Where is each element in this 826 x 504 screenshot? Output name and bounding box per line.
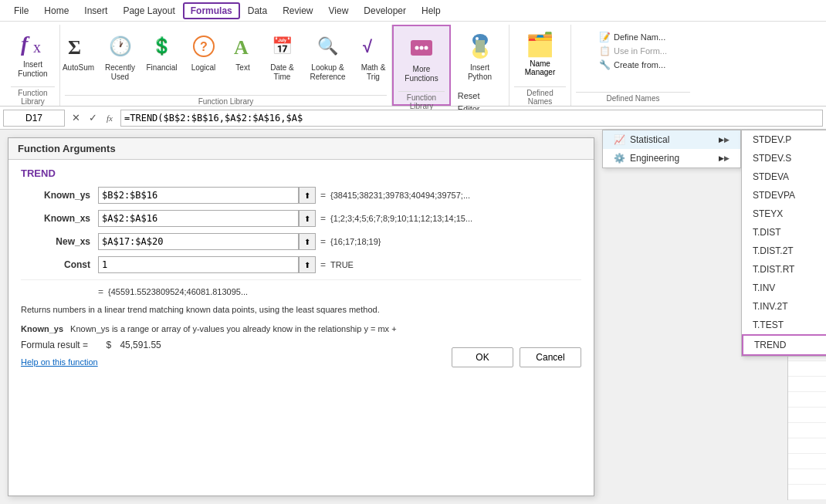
menu-file[interactable]: File (6, 2, 36, 19)
name-manager-icon: 🗂️ (526, 31, 554, 58)
ribbon-group-python: Insert Python Reset Editor Initializatio… (451, 25, 509, 106)
engineering-label: Engineering (630, 153, 679, 164)
menu-page-layout[interactable]: Page Layout (115, 2, 182, 19)
recently-used-button[interactable]: 🕐 Recently Used (100, 28, 140, 90)
python-icon (465, 31, 496, 62)
more-functions-button[interactable]: More Functions (395, 29, 448, 91)
logical-button[interactable]: ? Logical (184, 28, 224, 90)
menu-data[interactable]: Data (240, 2, 275, 19)
reset-button[interactable]: Reset (453, 90, 485, 102)
formula-result-dollar: $ (106, 340, 111, 350)
sheet-row-18 (788, 408, 826, 423)
lookup-reference-button[interactable]: 🔍 Lookup & Reference (304, 28, 352, 90)
financial-icon: 💲 (147, 31, 178, 62)
ribbon-group-name-manager: 🗂️ Name Manager Defined Names (509, 25, 571, 106)
submenu-t-dist-rt[interactable]: T.DIST.RT (742, 260, 826, 279)
arg-row-known-xs: Known_xs ⬆ = {1;2;3;4;5;6;7;8;9;10;11;12… (21, 210, 581, 227)
insert-function-button[interactable]: f x Insert Function (10, 25, 56, 86)
submenu-stdev-s[interactable]: STDEV.S (742, 149, 826, 167)
svg-text:f: f (21, 32, 30, 56)
known-xs-input[interactable] (98, 210, 299, 227)
known-ys-desc-text: Known_ys is a range or array of y-values… (70, 324, 397, 333)
more-functions-dropdown: 📈 Statistical ▶ ⚙️ Engineering ▶ (602, 130, 741, 168)
recently-used-label: Recently Used (105, 63, 135, 82)
lookup-reference-label: Lookup & Reference (310, 63, 345, 82)
use-in-formula-label: Use in Form... (614, 46, 667, 56)
formula-cancel-btn[interactable]: ✕ (68, 110, 83, 126)
svg-point-9 (420, 46, 424, 50)
ok-button[interactable]: OK (452, 347, 513, 367)
dropdown-item-engineering[interactable]: ⚙️ Engineering ▶ (603, 149, 740, 167)
submenu-stdeva[interactable]: STDEVA (742, 167, 826, 186)
new-xs-label: New_xs (21, 236, 98, 247)
formula-confirm-btn[interactable]: ✓ (85, 110, 100, 126)
menu-view[interactable]: View (321, 2, 357, 19)
new-xs-input[interactable] (98, 233, 299, 250)
formula-result-value: 45,591.55 (120, 340, 161, 350)
math-trig-label: Math & Trig (361, 63, 386, 82)
svg-point-16 (482, 52, 485, 56)
submenu-t-inv-2t[interactable]: T.INV.2T (742, 297, 826, 316)
dialog-title: Function Arguments (8, 138, 594, 160)
function-library-label: Function Library (11, 86, 55, 106)
known-ys-description: Known_ys Known_ys is a range or array of… (21, 323, 581, 336)
submenu-stdevpa[interactable]: STDEVPA (742, 186, 826, 205)
menu-help[interactable]: Help (414, 2, 449, 19)
fx-icon: f x (18, 28, 49, 59)
text-button[interactable]: A Text (225, 28, 261, 90)
formula-result-section: Formula result = $ 45,591.55 Help on thi… (21, 340, 161, 367)
const-label: Const (21, 259, 98, 270)
define-name-button[interactable]: 📝 Define Nam... (596, 31, 670, 43)
submenu-t-dist-2t[interactable]: T.DIST.2T (742, 242, 826, 260)
define-names-group-label: Defined Names (576, 92, 690, 103)
formula-bar: ✕ ✓ fx (0, 107, 826, 130)
insert-python-button[interactable]: Insert Python (454, 28, 506, 90)
const-input[interactable] (98, 256, 299, 273)
cell-reference-input[interactable] (3, 110, 65, 127)
autosum-button[interactable]: Σ AutoSum (59, 28, 99, 90)
recently-used-icon: 🕐 (105, 31, 136, 62)
formula-input[interactable] (120, 110, 823, 127)
submenu-t-inv[interactable]: T.INV (742, 279, 826, 297)
submenu-steyx[interactable]: STEYX (742, 205, 826, 223)
arg-row-const: Const ⬆ = TRUE (21, 256, 581, 273)
formula-expand-btn[interactable]: fx (102, 110, 117, 126)
submenu-t-test[interactable]: T.TEST (742, 316, 826, 334)
menu-home[interactable]: Home (36, 2, 76, 19)
const-input-wrap: ⬆ (98, 256, 316, 273)
new-xs-collapse-btn[interactable]: ⬆ (299, 233, 316, 250)
known-ys-desc-strong: Known_ys (21, 324, 63, 333)
svg-rect-14 (476, 40, 485, 52)
ribbon: f x Insert Function Function Library Σ A… (0, 22, 826, 107)
const-collapse-btn[interactable]: ⬆ (299, 256, 316, 273)
result-section: = {45591.5523809524;46081.813095... (21, 279, 581, 297)
statistical-icon: 📈 (614, 134, 625, 145)
known-ys-label: Known_ys (21, 190, 98, 201)
sheet-row-17 (788, 392, 826, 408)
const-equals: = (316, 259, 330, 270)
known-ys-input[interactable] (98, 187, 299, 204)
math-trig-button[interactable]: √ Math & Trig (354, 28, 394, 90)
submenu-stdev-p[interactable]: STDEV.P (742, 130, 826, 149)
financial-button[interactable]: 💲 Financial (142, 28, 182, 90)
menu-review[interactable]: Review (275, 2, 320, 19)
create-from-button[interactable]: 🔧 Create from... (596, 59, 670, 71)
submenu-trend[interactable]: TREND (742, 334, 826, 356)
known-xs-input-wrap: ⬆ (98, 210, 316, 227)
engineering-icon: ⚙️ (614, 153, 625, 164)
menu-developer[interactable]: Developer (356, 2, 414, 19)
date-time-button[interactable]: 📅 Date & Time (262, 28, 303, 90)
sheet-row-23 (788, 485, 826, 500)
submenu-t-dist[interactable]: T.DIST (742, 223, 826, 242)
menu-insert[interactable]: Insert (76, 2, 115, 19)
known-ys-collapse-btn[interactable]: ⬆ (299, 187, 316, 204)
cancel-button[interactable]: Cancel (520, 347, 581, 367)
date-time-icon: 📅 (267, 31, 298, 62)
help-link[interactable]: Help on this function (21, 357, 98, 367)
math-trig-icon: √ (358, 31, 389, 62)
dropdown-item-statistical[interactable]: 📈 Statistical ▶ (603, 130, 740, 149)
use-in-formula-button[interactable]: 📋 Use in Form... (596, 45, 670, 57)
known-xs-collapse-btn[interactable]: ⬆ (299, 210, 316, 227)
name-manager-button[interactable]: 🗂️ Name Manager (519, 28, 561, 79)
menu-formulas[interactable]: Formulas (183, 2, 240, 19)
